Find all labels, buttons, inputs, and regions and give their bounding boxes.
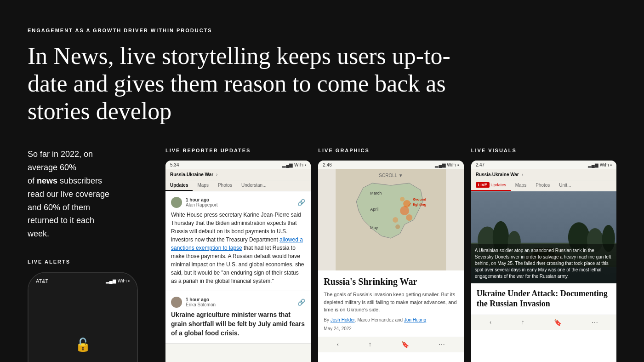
reporter-status-bar: 5:34 ▂▄▆ WiFi ▪ <box>165 161 311 169</box>
section-label: ENGAGEMENT AS A GROWTH DRIVER WITHIN PRO… <box>28 28 616 33</box>
reporter-updates-section: LIVE REPORTER UPDATES 5:34 ▂▄▆ WiFi ▪ Ru… <box>165 148 311 362</box>
reporter-war-header: Russia-Ukraine War › <box>165 169 311 180</box>
reporter-entry-2: 1 hour ago Erika Solomon 🔗 Ukraine agric… <box>165 291 311 344</box>
lock-icon: 🔓 <box>75 337 91 352</box>
graphics-headline: Russia's Shrinking War <box>324 276 458 287</box>
vnav-prev-icon[interactable]: ‹ <box>490 319 492 327</box>
entry-1-text: White House press secretary Karine Jean-… <box>171 211 305 285</box>
byline-link-1[interactable]: Josh Holder <box>331 317 355 322</box>
graphics-bottom-actions: ‹ ↑ 🔖 ⋯ <box>318 337 463 352</box>
graphics-text-area: Russia's Shrinking War The goals of Russ… <box>318 270 463 337</box>
entry-1-meta: 1 hour ago Alan Rappeport 🔗 <box>171 197 305 208</box>
graphics-section: LIVE GRAPHICS 2:46 ▂▄▆ WiFi ▪ SCROLL ▼ <box>318 148 463 362</box>
author-avatar-1 <box>171 197 182 208</box>
entry-2-timestamp: 1 hour ago <box>186 297 216 302</box>
visuals-card: 2:47 ▂▄▆ WiFi ▪ Russia-Ukraine War › LIV… <box>471 161 616 362</box>
svg-point-4 <box>400 197 405 201</box>
photo-caption: A Ukrainian soldier atop an abandoned Ru… <box>471 244 616 283</box>
share-icon[interactable]: ↑ <box>369 341 372 349</box>
tab-maps[interactable]: Maps <box>193 180 213 191</box>
visuals-title: LIVE VISUALS <box>471 148 616 153</box>
reporter-updates-title: LIVE REPORTER UPDATES <box>165 148 311 153</box>
entry-2-meta: 1 hour ago Erika Solomon 🔗 <box>171 297 305 308</box>
entry-1-link[interactable]: allowed a sanctions exemption to lapse <box>171 236 303 251</box>
graphics-status-bar: 2:46 ▂▄▆ WiFi ▪ <box>318 161 463 169</box>
svg-text:fighting: fighting <box>413 202 426 207</box>
tab-underst[interactable]: Understan... <box>237 180 271 191</box>
stat-text: So far in 2022, on average 60% of news s… <box>28 148 156 241</box>
graphics-date: May 24, 2022 <box>324 326 458 331</box>
graphics-byline: By Josh Holder, Marco Hernandez and Jon … <box>324 317 458 322</box>
entry-2-author: Erika Solomon <box>186 302 216 307</box>
vsave-icon[interactable]: 🔖 <box>554 319 562 327</box>
author-avatar-2 <box>171 297 182 308</box>
reporter-card: 5:34 ▂▄▆ WiFi ▪ Russia-Ukraine War › Upd… <box>165 161 311 362</box>
graphics-title: LIVE GRAPHICS <box>318 148 463 153</box>
svg-point-2 <box>400 206 409 215</box>
scroll-hint: SCROLL ▼ <box>379 173 403 178</box>
entry-2-text: Ukraine agriculture minister warns that … <box>171 310 305 338</box>
visuals-war-header: Russia-Ukraine War › <box>471 169 616 180</box>
graphics-map: SCROLL ▼ <box>318 169 463 270</box>
svg-text:March: March <box>370 191 382 195</box>
main-headline: In News, live storytelling keeps users u… <box>28 42 450 125</box>
svg-point-5 <box>393 217 398 223</box>
more-icon[interactable]: ⋯ <box>439 341 445 349</box>
svg-text:May: May <box>370 225 378 230</box>
visuals-bottom-actions: ‹ ↑ 🔖 ⋯ <box>471 315 616 330</box>
visuals-status-bar: 2:47 ▂▄▆ WiFi ▪ <box>471 161 616 169</box>
svg-text:April: April <box>370 207 378 212</box>
live-alerts-title: LIVE ALERTS <box>28 259 156 264</box>
phone-mockup: AT&T ▂▄▆ WiFi ▪ 🔓 2:59 Thursday, May 26 … <box>28 272 138 362</box>
vtab-unit[interactable]: Unit... <box>554 180 576 191</box>
byline-link-2[interactable]: Jon Huang <box>404 317 426 322</box>
tab-updates[interactable]: Updates <box>165 180 193 191</box>
graphics-card: 2:46 ▂▄▆ WiFi ▪ SCROLL ▼ <box>318 161 463 362</box>
phone-carrier: AT&T <box>36 278 48 284</box>
svg-point-3 <box>406 214 412 221</box>
nav-prev-icon[interactable]: ‹ <box>337 341 339 349</box>
svg-text:Ground: Ground <box>413 197 426 201</box>
ukraine-map-svg: March April May Ground fighting <box>318 169 463 270</box>
svg-point-6 <box>395 224 400 229</box>
visuals-nav-tabs: LIVE Updates Maps Photos Unit... <box>471 180 616 191</box>
visuals-photo: A Ukrainian soldier atop an abandoned Ru… <box>471 191 616 283</box>
visuals-headline: Ukraine Under Attack: Documenting the Ru… <box>477 289 611 309</box>
tab-photos[interactable]: Photos <box>213 180 237 191</box>
phone-signal: ▂▄▆ WiFi ▪ <box>106 278 130 283</box>
visuals-section: LIVE VISUALS 2:47 ▂▄▆ WiFi ▪ Russia-Ukra… <box>471 148 616 362</box>
save-icon[interactable]: 🔖 <box>401 341 409 349</box>
vshare-icon[interactable]: ↑ <box>521 319 524 327</box>
vmore-icon[interactable]: ⋯ <box>592 319 598 327</box>
vtab-maps[interactable]: Maps <box>511 180 531 191</box>
reporter-entry-1: 1 hour ago Alan Rappeport 🔗 White House … <box>165 191 311 291</box>
entry-1-timestamp: 1 hour ago <box>186 197 218 202</box>
vtab-live[interactable]: LIVE Updates <box>471 180 511 191</box>
graphics-body: The goals of Russia's invasion keep gett… <box>324 291 458 314</box>
visuals-text-area: Ukraine Under Attack: Documenting the Ru… <box>471 283 616 314</box>
phone-time: 2:59 <box>54 356 112 362</box>
entry-1-author: Alan Rappeport <box>186 202 218 207</box>
vtab-photos[interactable]: Photos <box>531 180 554 191</box>
live-alerts-section: LIVE ALERTS AT&T ▂▄▆ WiFi ▪ 🔓 2:59 Thurs… <box>28 259 156 362</box>
reporter-nav-tabs: Updates Maps Photos Understan... <box>165 180 311 191</box>
